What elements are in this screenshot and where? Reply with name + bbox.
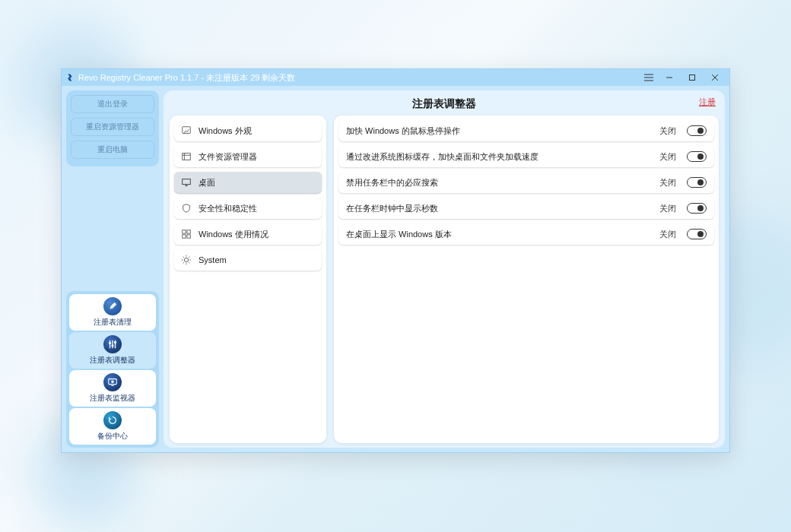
option-state: 关闭 (659, 203, 676, 214)
option-label: 通过改进系统图标缓存，加快桌面和文件夹加载速度 (346, 151, 653, 163)
folder-icon (180, 150, 192, 163)
desktop-icon (180, 176, 192, 188)
category-windows-usage[interactable]: Windows 使用情况 (174, 223, 322, 245)
nav-label: 注册表清理 (94, 317, 132, 328)
nav-backup-center[interactable]: 备份中心 (69, 408, 156, 445)
category-label: Windows 使用情况 (199, 229, 268, 240)
option-toggle[interactable] (687, 125, 707, 136)
svg-rect-9 (183, 230, 186, 233)
main-body: Windows 外观 文件资源管理器 桌面 (170, 116, 719, 443)
nav-label: 注册表监视器 (90, 393, 135, 404)
gear-icon (180, 254, 192, 266)
restore-icon (103, 411, 122, 429)
option-label: 加快 Windows 的鼠标悬停操作 (346, 125, 653, 137)
option-toggle[interactable] (687, 229, 707, 239)
minimize-button[interactable] (658, 70, 681, 85)
category-label: System (199, 255, 227, 264)
page-title: 注册表调整器 (412, 97, 476, 109)
category-list: Windows 外观 文件资源管理器 桌面 (170, 116, 326, 443)
category-file-explorer[interactable]: 文件资源管理器 (174, 146, 322, 167)
maximize-button[interactable] (681, 70, 704, 85)
app-icon (66, 73, 75, 82)
windows-icon (180, 228, 192, 240)
option-state: 关闭 (659, 177, 676, 188)
option-toggle[interactable] (687, 203, 707, 214)
category-label: 文件资源管理器 (199, 151, 257, 163)
svg-point-2 (111, 344, 113, 347)
category-label: 桌面 (199, 177, 215, 188)
option-label: 在任务栏时钟中显示秒数 (346, 203, 653, 214)
window-title: Revo Registry Cleaner Pro 1.1.7 - 未注册版本 … (78, 72, 640, 84)
category-desktop[interactable]: 桌面 (174, 172, 322, 193)
monitor-icon (103, 373, 122, 391)
option-state: 关闭 (659, 229, 676, 240)
nav-label: 备份中心 (97, 431, 128, 442)
sidebar-nav: 注册表清理 注册表调整器 注册表监视器 (66, 291, 159, 448)
svg-rect-10 (187, 230, 190, 233)
category-system[interactable]: System (174, 249, 322, 271)
restart-explorer-button[interactable]: 重启资源管理器 (71, 118, 154, 136)
broom-icon (103, 297, 122, 315)
option-row: 在任务栏时钟中显示秒数 关闭 (338, 198, 714, 219)
svg-point-3 (114, 341, 116, 344)
window-body: 退出登录 重启资源管理器 重启电脑 注册表清理 注册表调整器 (62, 86, 729, 452)
svg-rect-8 (183, 179, 191, 185)
paintbrush-icon (180, 125, 192, 137)
nav-registry-tweaker[interactable]: 注册表调整器 (69, 332, 156, 369)
svg-rect-11 (183, 235, 186, 238)
nav-label: 注册表调整器 (90, 355, 135, 366)
register-link[interactable]: 注册 (699, 97, 716, 108)
option-state: 关闭 (659, 125, 676, 137)
menu-button[interactable] (640, 74, 658, 81)
nav-registry-monitor[interactable]: 注册表监视器 (69, 370, 156, 407)
sliders-icon (103, 335, 122, 353)
option-toggle[interactable] (687, 151, 707, 162)
option-row: 在桌面上显示 Windows 版本 关闭 (338, 223, 714, 245)
logout-button[interactable]: 退出登录 (71, 95, 154, 113)
category-label: 安全性和稳定性 (199, 203, 257, 214)
svg-rect-6 (183, 127, 191, 134)
svg-rect-0 (690, 75, 695, 81)
svg-rect-12 (187, 235, 190, 238)
option-row: 通过改进系统图标缓存，加快桌面和文件夹加载速度 关闭 (338, 146, 714, 167)
main-panel: 注册表调整器 注册 Windows 外观 (164, 90, 725, 448)
close-button[interactable] (704, 70, 726, 85)
svg-point-13 (184, 258, 188, 261)
main-header: 注册表调整器 注册 (170, 95, 719, 116)
option-state: 关闭 (659, 151, 676, 163)
options-list: 加快 Windows 的鼠标悬停操作 关闭 通过改进系统图标缓存，加快桌面和文件… (334, 116, 719, 443)
titlebar: Revo Registry Cleaner Pro 1.1.7 - 未注册版本 … (62, 69, 729, 86)
category-security[interactable]: 安全性和稳定性 (174, 198, 322, 219)
sidebar-actions: 退出登录 重启资源管理器 重启电脑 (66, 90, 159, 166)
option-row: 禁用任务栏中的必应搜索 关闭 (338, 172, 714, 193)
category-label: Windows 外观 (199, 125, 252, 137)
svg-point-5 (111, 380, 114, 383)
sidebar: 退出登录 重启资源管理器 重启电脑 注册表清理 注册表调整器 (66, 90, 159, 448)
shield-icon (180, 202, 192, 214)
svg-point-1 (109, 342, 111, 344)
option-label: 在桌面上显示 Windows 版本 (346, 229, 653, 240)
category-windows-appearance[interactable]: Windows 外观 (174, 120, 322, 141)
option-label: 禁用任务栏中的必应搜索 (346, 177, 653, 188)
option-toggle[interactable] (687, 177, 707, 188)
option-row: 加快 Windows 的鼠标悬停操作 关闭 (338, 120, 714, 141)
restart-pc-button[interactable]: 重启电脑 (71, 141, 154, 159)
app-window: Revo Registry Cleaner Pro 1.1.7 - 未注册版本 … (61, 68, 730, 453)
svg-rect-7 (183, 154, 191, 160)
nav-registry-cleaner[interactable]: 注册表清理 (69, 294, 156, 331)
